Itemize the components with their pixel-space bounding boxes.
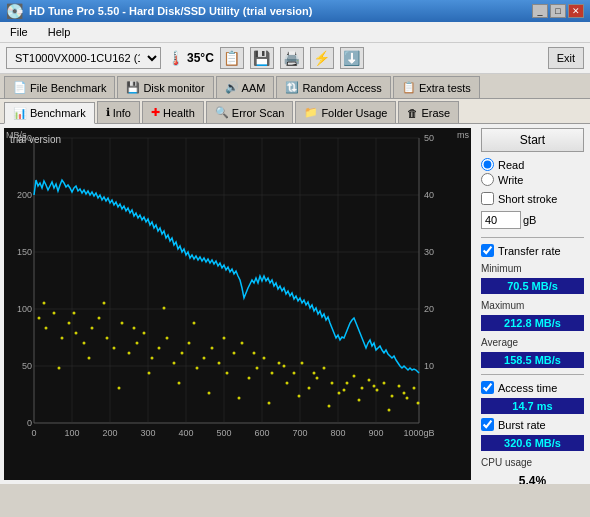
drive-select[interactable]: ST1000VX000-1CU162 (1000 gB) [6,47,161,69]
svg-text:0: 0 [31,428,36,438]
erase-icon: 🗑 [407,107,418,119]
cpu-usage-value: 5.4% [481,474,584,484]
write-radio-label[interactable]: Write [481,173,584,186]
svg-point-43 [61,337,64,340]
exit-button[interactable]: Exit [548,47,584,69]
svg-point-54 [143,332,146,335]
svg-point-72 [278,362,281,365]
burst-rate-checkbox[interactable] [481,418,494,431]
tab-erase[interactable]: 🗑 Erase [398,101,459,123]
svg-point-41 [45,327,48,330]
svg-point-91 [43,302,46,305]
gb-input-row: gB [481,211,584,229]
read-radio-label[interactable]: Read [481,158,584,171]
svg-point-58 [173,362,176,365]
minimum-label: Minimum [481,263,584,274]
y-axis-unit-right: ms [457,130,469,140]
svg-point-80 [338,392,341,395]
gb-unit-label: gB [523,214,536,226]
svg-text:20: 20 [424,304,434,314]
tab-file-benchmark[interactable]: 📄 File Benchmark [4,76,115,98]
tab-error-scan[interactable]: 🔍 Error Scan [206,101,294,123]
tab-random-access[interactable]: 🔃 Random Access [276,76,390,98]
maximize-button[interactable]: □ [550,4,566,18]
svg-text:700: 700 [292,428,307,438]
svg-point-40 [38,317,41,320]
cpu-usage-label: CPU usage [481,457,584,468]
toolbar-btn-2[interactable]: 💾 [250,47,274,69]
svg-point-52 [128,352,131,355]
gb-input[interactable] [481,211,521,229]
transfer-rate-checkbox-label[interactable]: Transfer rate [481,244,584,257]
svg-point-114 [388,409,391,412]
benchmark-icon: 📊 [13,107,27,120]
read-radio[interactable] [481,158,494,171]
error-scan-icon: 🔍 [215,106,229,119]
tab-row-2: 📊 Benchmark ℹ Info ✚ Health 🔍 Error Scan… [0,99,590,124]
svg-point-73 [286,382,289,385]
svg-point-108 [298,395,301,398]
tab-benchmark[interactable]: 📊 Benchmark [4,102,95,124]
access-time-checkbox-label[interactable]: Access time [481,381,584,394]
svg-point-48 [98,317,101,320]
svg-point-103 [223,337,226,340]
menu-help[interactable]: Help [42,24,77,40]
svg-point-81 [346,382,349,385]
svg-point-65 [226,372,229,375]
right-panel: Start Read Write Short stroke gB T [475,124,590,484]
short-stroke-checkbox-label[interactable]: Short stroke [481,192,584,205]
minimize-button[interactable]: _ [532,4,548,18]
svg-text:50: 50 [22,361,32,371]
short-stroke-checkbox[interactable] [481,192,494,205]
svg-text:800: 800 [330,428,345,438]
toolbar-btn-1[interactable]: 📋 [220,47,244,69]
svg-point-46 [83,342,86,345]
svg-point-109 [313,372,316,375]
svg-point-90 [413,387,416,390]
svg-text:100: 100 [64,428,79,438]
svg-point-51 [121,322,124,325]
close-button[interactable]: ✕ [568,4,584,18]
svg-text:900: 900 [368,428,383,438]
average-label: Average [481,337,584,348]
info-icon: ℹ [106,106,110,119]
svg-point-53 [136,342,139,345]
tab-extra-tests[interactable]: 📋 Extra tests [393,76,480,98]
svg-point-64 [218,362,221,365]
svg-point-102 [208,392,211,395]
tab-row-1: 📄 File Benchmark 💾 Disk monitor 🔊 AAM 🔃 … [0,74,590,99]
transfer-rate-checkbox[interactable] [481,244,494,257]
svg-point-47 [91,327,94,330]
chart-container: MB/s ms trial version [4,128,471,480]
toolbar-btn-3[interactable]: 🖨️ [280,47,304,69]
svg-point-67 [241,342,244,345]
extra-tests-icon: 📋 [402,81,416,94]
menu-file[interactable]: File [4,24,34,40]
svg-point-61 [196,367,199,370]
svg-point-106 [268,402,271,405]
svg-point-89 [406,397,409,400]
tab-disk-monitor[interactable]: 💾 Disk monitor [117,76,213,98]
svg-point-50 [113,347,116,350]
access-time-checkbox[interactable] [481,381,494,394]
tab-folder-usage[interactable]: 📁 Folder Usage [295,101,396,123]
tab-info[interactable]: ℹ Info [97,101,140,123]
svg-point-93 [73,312,76,315]
svg-point-75 [301,362,304,365]
start-button[interactable]: Start [481,128,584,152]
svg-text:150: 150 [17,247,32,257]
svg-point-86 [383,382,386,385]
toolbar-btn-4[interactable]: ⚡ [310,47,334,69]
svg-point-100 [178,382,181,385]
write-radio[interactable] [481,173,494,186]
temperature-value: 35°C [187,51,214,65]
svg-point-60 [188,342,191,345]
health-icon: ✚ [151,106,160,119]
svg-point-59 [181,352,184,355]
toolbar-btn-5[interactable]: ⬇️ [340,47,364,69]
toolbar: ST1000VX000-1CU162 (1000 gB) 🌡️ 35°C 📋 💾… [0,43,590,74]
burst-rate-checkbox-label[interactable]: Burst rate [481,418,584,431]
tab-health[interactable]: ✚ Health [142,101,204,123]
svg-point-57 [166,337,169,340]
tab-aam[interactable]: 🔊 AAM [216,76,275,98]
